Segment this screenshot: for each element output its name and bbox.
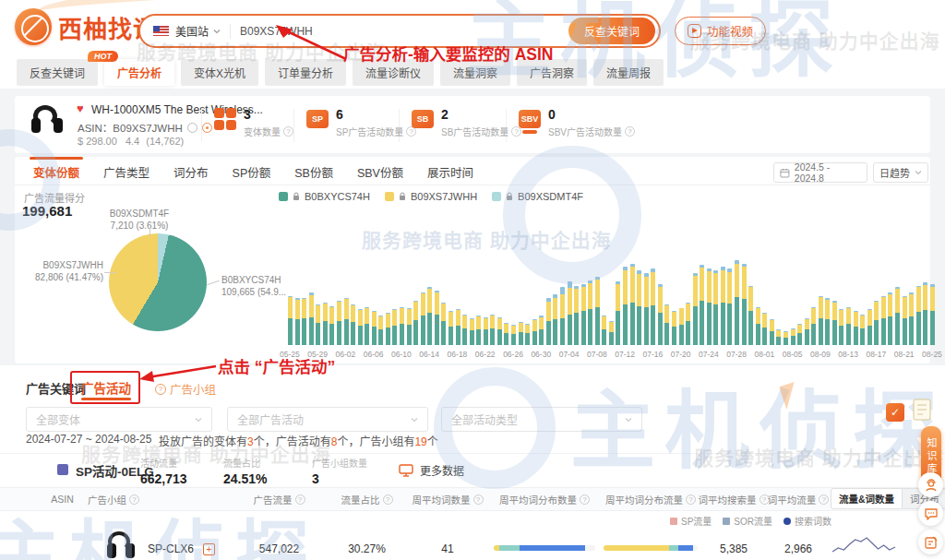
nav-tab-order-analysis[interactable]: 订单量分析	[265, 59, 346, 86]
reverse-lookup-button[interactable]: 反查关键词	[568, 18, 655, 44]
bar[interactable]	[574, 286, 579, 345]
help-icon[interactable]: ?	[473, 494, 484, 505]
bar[interactable]	[658, 284, 663, 345]
bar[interactable]	[400, 307, 404, 345]
bar[interactable]	[462, 315, 467, 345]
bar[interactable]	[337, 301, 341, 345]
bar[interactable]	[805, 318, 809, 345]
filter-campaign-select[interactable]: 全部广告活动	[227, 407, 428, 432]
bar[interactable]	[392, 309, 397, 345]
trend-select[interactable]: 日趋势	[873, 162, 928, 183]
bar[interactable]	[490, 315, 495, 345]
bar[interactable]	[797, 324, 802, 345]
bar[interactable]	[421, 292, 425, 345]
feedback-button[interactable]	[918, 530, 943, 554]
bar[interactable]	[484, 317, 488, 345]
help-icon[interactable]: ?	[283, 126, 293, 137]
bar[interactable]	[295, 298, 300, 345]
bar[interactable]	[700, 265, 704, 345]
bar[interactable]	[713, 270, 718, 345]
bar[interactable]	[644, 273, 649, 345]
favorite-heart-icon[interactable]: ♥	[77, 101, 84, 115]
bar[interactable]	[358, 309, 363, 345]
help-icon[interactable]: ?	[625, 126, 635, 137]
more-data-button[interactable]: 更多数据	[399, 462, 464, 478]
bar[interactable]	[874, 301, 879, 345]
bar[interactable]	[623, 267, 628, 345]
filter-camp-type-select[interactable]: 全部活动类型	[441, 407, 642, 432]
bar[interactable]	[756, 307, 760, 345]
bar[interactable]	[609, 321, 614, 345]
stacked-bar-chart[interactable]	[288, 259, 936, 345]
bar[interactable]	[867, 309, 872, 345]
bar[interactable]	[672, 311, 676, 345]
bar[interactable]	[316, 304, 320, 345]
nav-tab-variant-xray[interactable]: 变体X光机	[181, 59, 258, 86]
legend-item[interactable]: B09XS7JWHH	[385, 191, 477, 202]
bar[interactable]	[553, 294, 557, 345]
bar[interactable]	[602, 316, 606, 345]
chart-tab-variant-share[interactable]: 变体份额	[33, 163, 79, 186]
bar[interactable]	[735, 260, 739, 345]
bar[interactable]	[323, 303, 328, 345]
bar[interactable]	[351, 304, 355, 345]
select-confirm-icon[interactable]: ✓	[886, 403, 904, 422]
bar[interactable]	[860, 315, 865, 345]
bar[interactable]	[916, 286, 921, 345]
bar[interactable]	[427, 287, 432, 345]
bar[interactable]	[707, 268, 712, 345]
chat-button[interactable]	[918, 501, 943, 526]
bar[interactable]	[413, 301, 418, 345]
bar[interactable]	[441, 303, 446, 345]
bar[interactable]	[511, 325, 516, 345]
bar[interactable]	[825, 298, 830, 345]
bar[interactable]	[288, 296, 293, 345]
legend-item[interactable]: B09XSDMT4F	[492, 191, 583, 202]
customer-service-button[interactable]	[918, 472, 943, 497]
legend-item[interactable]: B0BXYCS74H	[279, 191, 370, 202]
bar[interactable]	[762, 313, 767, 345]
bar[interactable]	[435, 291, 439, 345]
nav-tab-ad-analysis[interactable]: 广告分析	[104, 59, 174, 86]
bar[interactable]	[378, 316, 383, 345]
bar[interactable]	[630, 264, 635, 345]
date-range-picker[interactable]: 2024.5 - 2024.8	[773, 162, 867, 183]
bar[interactable]	[546, 298, 551, 345]
bar[interactable]	[686, 303, 690, 345]
bar[interactable]	[903, 296, 907, 345]
chart-tab-ad-type[interactable]: 广告类型	[103, 163, 150, 186]
bar[interactable]	[693, 273, 698, 345]
chart-tab-sp-share[interactable]: SP份额	[233, 163, 271, 186]
help-icon[interactable]: ?	[129, 494, 139, 505]
bar[interactable]	[819, 296, 823, 345]
monitor-icon[interactable]	[202, 123, 212, 133]
bar[interactable]	[560, 287, 565, 345]
bar[interactable]	[727, 268, 732, 345]
chart-tab-sb-share[interactable]: SB份额	[294, 163, 333, 186]
bar[interactable]	[664, 304, 669, 345]
expand-icon[interactable]: +	[203, 543, 215, 555]
pie-chart[interactable]	[109, 233, 207, 331]
bar[interactable]	[846, 307, 851, 345]
bar[interactable]	[581, 284, 586, 345]
help-icon[interactable]: ?	[580, 494, 590, 505]
bar[interactable]	[791, 328, 795, 345]
bar[interactable]	[888, 292, 892, 345]
help-icon[interactable]: ?	[295, 494, 305, 505]
bar[interactable]	[742, 264, 747, 345]
filter-variant-select[interactable]: 全部变体	[26, 407, 212, 432]
bar[interactable]	[595, 277, 600, 345]
toggle-traffic-words[interactable]: 流量&词数量	[831, 488, 903, 509]
bar[interactable]	[832, 301, 837, 345]
chevron-down-icon[interactable]	[213, 28, 221, 35]
bar[interactable]	[651, 268, 655, 345]
bar[interactable]	[770, 319, 774, 345]
feature-video-button[interactable]: 功能视频	[675, 17, 766, 45]
bar[interactable]	[881, 296, 886, 345]
bar[interactable]	[329, 306, 334, 345]
bar[interactable]	[365, 307, 369, 345]
bar[interactable]	[568, 281, 572, 345]
help-icon[interactable]: ?	[383, 494, 393, 505]
bar[interactable]	[811, 307, 816, 345]
bar[interactable]	[748, 286, 753, 345]
